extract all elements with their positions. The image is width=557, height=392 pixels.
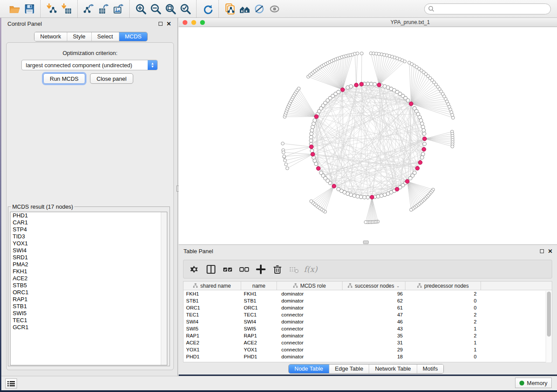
result-node[interactable]: PMA2 [10,261,167,268]
table-scrollbar[interactable] [546,291,551,362]
export-image-icon[interactable] [111,2,126,16]
search-icon [428,6,434,12]
result-node[interactable]: STP4 [10,226,167,233]
column-network-icon [417,283,422,288]
cell-successor-nodes: 96 [343,291,405,296]
tab-motifs[interactable]: Motifs [417,364,444,373]
add-column-icon[interactable] [253,261,269,277]
result-node[interactable]: STB1 [10,303,167,310]
select-all-icon[interactable] [219,261,236,277]
show-panels-button[interactable] [5,378,17,389]
run-mcds-button[interactable]: Run MCDS [43,73,85,84]
result-node[interactable]: ORC1 [10,289,167,296]
refresh-icon[interactable] [200,2,215,16]
tab-network[interactable]: Network [35,32,67,41]
column-header-name[interactable]: name [241,282,277,290]
save-session-icon[interactable] [22,2,37,16]
tab-select[interactable]: Select [91,32,119,41]
zoom-fit-content-icon[interactable] [163,2,178,16]
result-node[interactable]: ACE2 [10,275,167,282]
search-field[interactable] [424,3,551,14]
table-toolbar: f(x) [183,260,552,279]
cell-successor-nodes: 46 [343,319,405,324]
level-of-detail-icon[interactable] [267,2,282,16]
mcds-result-list[interactable]: PHD1CAR1STP4TID3YOX1SWI4SRD1PMA2FKH1ACE2… [10,212,167,365]
network-graph[interactable] [179,27,557,244]
result-node[interactable]: RAP1 [10,296,167,303]
table-header-row[interactable]: shared namenameMCDS rolesuccessor nodes⌄… [183,282,552,290]
settings-gear-icon[interactable] [186,261,203,277]
cell-shared-name: YOX1 [183,347,241,352]
horizontal-splitter-handle[interactable] [363,241,369,244]
result-node[interactable]: SRD1 [10,254,167,261]
column-header-shared-name[interactable]: shared name [183,282,241,290]
cell-name: SWI4 [241,319,277,324]
cell-shared-name: PHD1 [183,354,241,359]
visual-properties-icon[interactable] [252,2,267,16]
network-window-titlebar[interactable]: YPA_prune.txt_1 [179,18,557,27]
close-panel-icon[interactable]: ✕ [548,249,553,253]
zoom-fit-selected-icon[interactable] [178,2,193,16]
close-window-icon[interactable] [183,20,187,25]
table-row[interactable]: ORC1ORC1dominator610 [183,304,552,311]
network-canvas[interactable] [179,27,557,244]
tab-edge-table[interactable]: Edge Table [329,364,369,373]
search-input[interactable] [436,6,547,12]
tab-style[interactable]: Style [67,32,91,41]
close-panel-icon[interactable]: ✕ [166,22,171,26]
result-node[interactable]: SWI5 [10,310,167,317]
table-row[interactable]: STB1STB1dominator620 [183,297,552,304]
result-node[interactable]: TID3 [10,233,167,240]
zoom-out-icon[interactable] [148,2,163,16]
clone-network-icon[interactable] [222,2,237,16]
table-row[interactable]: FKH1FKH1dominator962 [183,290,552,297]
table-row[interactable]: RAP1RAP1dominator352 [183,332,552,339]
result-node[interactable]: YOX1 [10,240,167,247]
result-node[interactable]: FKH1 [10,268,167,275]
float-panel-icon[interactable] [159,22,163,26]
column-header-MCDS-role[interactable]: MCDS role [277,282,343,290]
close-panel-button[interactable]: Close panel [90,73,133,84]
table-row[interactable]: ACE2ACE2connector311 [183,339,552,346]
result-list-scrollbar[interactable] [161,212,167,365]
float-panel-icon[interactable] [540,249,544,253]
function-builder-icon[interactable]: f(x) [302,261,319,277]
control-panel-title: Control Panel [7,21,42,27]
cell-shared-name: TEC1 [183,312,241,317]
cell-predecessor-nodes: 0 [405,305,481,310]
table-row[interactable]: SWI4SWI4dominator462 [183,318,552,325]
column-header-predecessor-nodes[interactable]: predecessor nodes [405,282,481,290]
open-file-icon[interactable] [7,2,22,16]
zoom-in-icon[interactable] [133,2,148,16]
column-header-successor-nodes[interactable]: successor nodes⌄ [343,282,405,290]
maximize-window-icon[interactable] [200,20,205,25]
result-node[interactable]: CAR1 [10,219,167,226]
result-node[interactable]: STB5 [10,282,167,289]
result-node[interactable]: GCR1 [10,324,167,331]
table-row[interactable]: SWI5SWI5connector431 [183,325,552,332]
export-table-icon[interactable] [96,2,111,16]
result-node[interactable]: TEC1 [10,317,167,324]
cell-MCDS-role: dominator [277,319,343,324]
minimize-window-icon[interactable] [191,20,196,25]
table-row[interactable]: PHD1PHD1dominator180 [183,353,552,360]
result-node[interactable]: PHD1 [10,212,167,219]
delete-column-icon[interactable] [269,261,286,277]
table-row[interactable]: YOX1YOX1connector291 [183,346,552,353]
tab-mcds[interactable]: MCDS [119,32,147,41]
node-table[interactable]: shared namenameMCDS rolesuccessor nodes⌄… [183,281,552,362]
export-network-icon[interactable] [81,2,96,16]
result-node[interactable]: SWI4 [10,247,167,254]
home-icon[interactable] [237,2,252,16]
tab-network-table[interactable]: Network Table [369,364,416,373]
import-table-icon[interactable] [59,2,74,16]
table-scrollbar-thumb[interactable] [547,292,551,337]
tab-node-table[interactable]: Node Table [289,364,329,373]
optimization-criterion-dropdown[interactable]: largest connected component (undirected)… [21,60,158,70]
deselect-all-icon[interactable] [236,261,253,277]
table-row[interactable]: TEC1TEC1connector472 [183,311,552,318]
import-network-icon[interactable] [44,2,59,16]
memory-button[interactable]: Memory [515,378,552,388]
columns-icon[interactable] [203,261,219,277]
delete-table-icon[interactable] [286,261,302,277]
